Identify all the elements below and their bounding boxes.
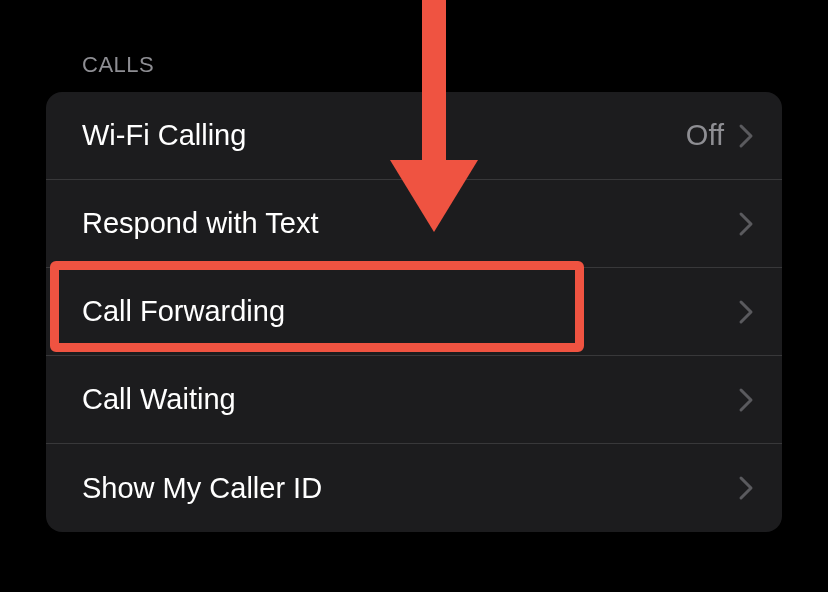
- row-respond-with-text[interactable]: Respond with Text: [46, 180, 782, 268]
- row-call-forwarding[interactable]: Call Forwarding: [46, 268, 782, 356]
- row-label: Call Waiting: [82, 383, 236, 416]
- row-label: Respond with Text: [82, 207, 318, 240]
- section-header-calls: CALLS: [0, 0, 828, 92]
- row-value: Off: [686, 119, 724, 152]
- row-label: Show My Caller ID: [82, 472, 322, 505]
- chevron-right-icon: [738, 475, 754, 501]
- row-trailing: Off: [686, 119, 754, 152]
- row-trailing: [738, 475, 754, 501]
- row-trailing: [738, 387, 754, 413]
- row-call-waiting[interactable]: Call Waiting: [46, 356, 782, 444]
- row-show-my-caller-id[interactable]: Show My Caller ID: [46, 444, 782, 532]
- settings-group-calls: Wi-Fi Calling Off Respond with Text Call…: [46, 92, 782, 532]
- chevron-right-icon: [738, 123, 754, 149]
- chevron-right-icon: [738, 387, 754, 413]
- row-trailing: [738, 211, 754, 237]
- row-wifi-calling[interactable]: Wi-Fi Calling Off: [46, 92, 782, 180]
- chevron-right-icon: [738, 211, 754, 237]
- row-label: Wi-Fi Calling: [82, 119, 246, 152]
- row-label: Call Forwarding: [82, 295, 285, 328]
- row-trailing: [738, 299, 754, 325]
- chevron-right-icon: [738, 299, 754, 325]
